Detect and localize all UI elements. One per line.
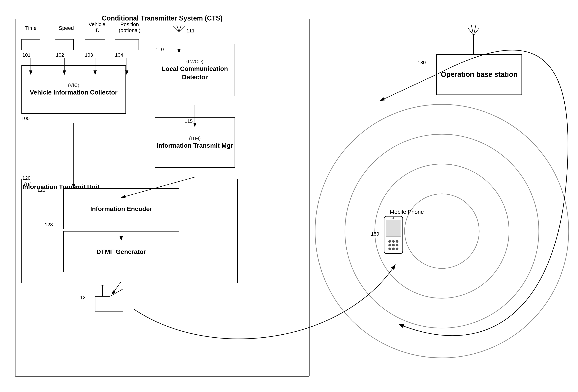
lwcd-abbr: (LWCD) xyxy=(186,59,203,64)
vehicleid-label: Vehicle ID xyxy=(88,21,106,33)
ref-100: 100 xyxy=(21,116,29,121)
ref-103: 103 xyxy=(85,52,93,58)
ref-110: 110 xyxy=(156,46,164,52)
time-label: Time xyxy=(25,25,37,31)
ref-101: 101 xyxy=(22,52,30,58)
svg-point-14 xyxy=(315,104,569,358)
svg-point-17 xyxy=(405,194,479,268)
ref-104: 104 xyxy=(115,52,123,58)
phone-label: Mobile Phone xyxy=(390,209,424,215)
diagram-container: Conditional Transmitter System (CTS) Tim… xyxy=(7,7,571,384)
encoder-block: Information Encoder xyxy=(63,188,179,229)
svg-point-29 xyxy=(392,217,394,219)
svg-marker-6 xyxy=(110,289,123,311)
speed-input-box xyxy=(55,39,74,50)
ref-102: 102 xyxy=(56,52,64,58)
speed-label: Speed xyxy=(59,25,74,31)
vic-block: (VIC) Vehicle Information Collector xyxy=(21,65,126,114)
svg-rect-19 xyxy=(386,220,401,237)
dtmf-block: DTMF Generator xyxy=(63,231,179,272)
ref-150: 150 xyxy=(371,231,379,237)
svg-point-24 xyxy=(392,244,395,246)
lwcd-title: Local Communication Detector xyxy=(155,64,235,81)
svg-point-27 xyxy=(392,248,395,250)
ref-111: 111 xyxy=(187,28,194,34)
itm-abbr: (ITM) xyxy=(189,135,201,141)
encoder-title: Information Encoder xyxy=(90,205,152,213)
ref-115: 115 xyxy=(185,118,193,124)
svg-point-26 xyxy=(388,248,391,250)
svg-point-21 xyxy=(392,240,395,243)
vic-title: Vehicle Information Collector xyxy=(30,88,117,96)
svg-point-28 xyxy=(396,248,398,250)
dtmf-title: DTMF Generator xyxy=(96,248,146,256)
position-label: Position (optional) xyxy=(117,21,142,33)
lwcd-block: (LWCD) Local Communication Detector xyxy=(155,44,235,96)
position-input-box xyxy=(115,39,139,50)
svg-point-20 xyxy=(388,240,391,243)
svg-point-25 xyxy=(396,244,398,246)
vehicleid-input-box xyxy=(85,39,105,50)
speaker-icon xyxy=(86,285,123,322)
time-input-box xyxy=(21,39,40,50)
svg-rect-5 xyxy=(95,296,110,311)
antenna-svg xyxy=(172,24,187,43)
signal-circles xyxy=(311,63,578,362)
svg-point-23 xyxy=(388,244,391,246)
phone-icon xyxy=(379,214,408,263)
it-abbr: (IT) xyxy=(24,181,32,187)
vic-abbr: (VIC) xyxy=(68,82,79,88)
svg-point-22 xyxy=(396,240,398,243)
obs-antenna-svg xyxy=(466,24,481,55)
itm-block: (ITM) Information Transmit Mgr xyxy=(155,117,235,168)
cts-title: Conditional Transmitter System (CTS) xyxy=(100,14,225,22)
itm-title: Information Transmit Mgr xyxy=(157,141,233,149)
